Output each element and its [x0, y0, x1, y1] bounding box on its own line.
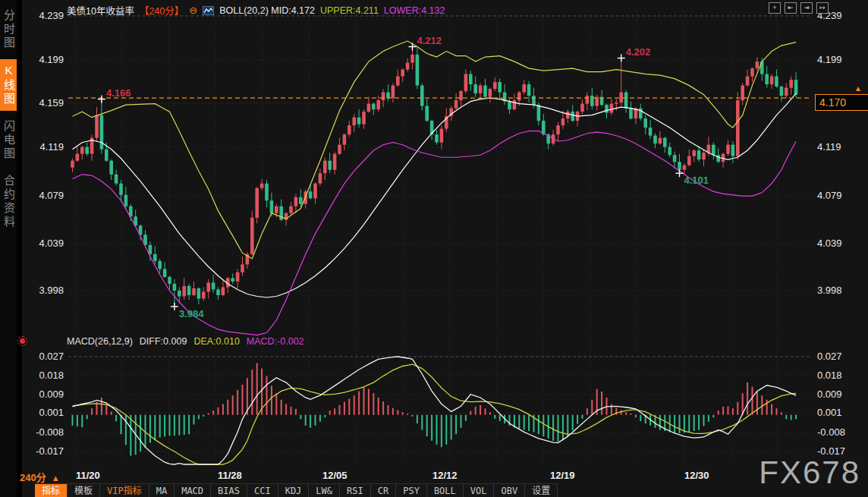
sidebar-item-contract-info[interactable]: 合约资料 [0, 170, 17, 234]
toolbar-item-设置[interactable]: 设置 [525, 483, 558, 497]
macd-axis-label: 0.018 [817, 370, 866, 382]
high-annotation-4.166: 4.166 [106, 87, 131, 99]
price-axis-label: 4.079 [817, 190, 866, 202]
macd-dea-label: DEA:0.010 [193, 336, 239, 347]
toolbar-item-OBV[interactable]: OBV [494, 483, 525, 497]
toolbar-item-VOL[interactable]: VOL [464, 483, 495, 497]
date-label-11/20: 11/20 [76, 470, 100, 481]
chart-header: 美债10年收益率 【240分】 ⊖ BOLL(20,2) MID:4.172 U… [67, 3, 445, 17]
toolbar-item-CCI[interactable]: CCI [247, 483, 278, 497]
macd-axis-label: 0.027 [0, 351, 64, 363]
toolbar-item-模板[interactable]: 模板 [68, 483, 100, 497]
price-marker-icon: ▲ [854, 84, 862, 93]
macd-axis-label: 0.009 [817, 388, 866, 401]
price-axis-label: 4.199 [817, 54, 866, 66]
live-indicator-icon [20, 338, 25, 344]
macd-axis-label: 0.009 [0, 388, 64, 401]
price-axis-label: 4.119 [817, 141, 866, 153]
date-label-11/28: 11/28 [218, 470, 242, 481]
macd-header: MACD(26,12,9) DIFF:0.009 DEA:0.010 MACD:… [67, 336, 304, 347]
toolbar-item-MA[interactable]: MA [149, 483, 175, 497]
crosshair-icon[interactable]: + [769, 2, 781, 14]
date-label-12/12: 12/12 [432, 470, 458, 481]
mini-chart-icon[interactable] [203, 6, 214, 15]
watermark: FX678 [759, 455, 860, 491]
current-price-value: 4.170 [819, 96, 846, 109]
price-axis-label: 4.039 [817, 237, 866, 250]
price-axis-label: 3.998 [0, 285, 64, 297]
toolbar-item-VIP指标[interactable]: VIP指标 [100, 483, 149, 497]
price-axis-label: 4.079 [0, 190, 64, 202]
price-axis-label: 4.159 [0, 97, 64, 109]
price-axis-label: 4.119 [0, 141, 64, 153]
price-axis-label: 4.039 [0, 237, 64, 250]
low-annotation-4.101: 4.101 [684, 175, 709, 186]
toolbar-item-PSY[interactable]: PSY [396, 483, 427, 497]
price-axis-label: 4.199 [0, 54, 64, 66]
interval-badge: 【240分】 [140, 3, 184, 17]
price-chart-canvas[interactable] [0, 0, 868, 497]
toolbar-item-指标[interactable]: 指标 [35, 483, 68, 497]
boll-upper-label: UPPER:4.211 [320, 5, 379, 16]
toolbar-item-LW&[interactable]: LW& [309, 483, 340, 497]
macd-value-label: MACD:-0.002 [247, 336, 304, 347]
macd-diff-label: DIFF:0.009 [140, 336, 187, 347]
macd-axis-label: 0.001 [817, 407, 866, 419]
macd-axis-label: 0.018 [0, 370, 64, 382]
toolbar-item-KDJ[interactable]: KDJ [278, 483, 310, 497]
macd-axis-label: -0.017 [0, 445, 64, 458]
interval-selector[interactable]: 240分▲ [20, 470, 60, 484]
goto-latest-icon[interactable]: ↦ [816, 2, 829, 14]
sidebar-item-lightning-chart[interactable]: 闪电图 [0, 115, 17, 165]
chart-stage: 美债10年收益率 【240分】 ⊖ BOLL(20,2) MID:4.172 U… [0, 0, 868, 497]
macd-axis-label: 0.027 [817, 351, 866, 363]
high-annotation-4.202: 4.202 [626, 46, 651, 58]
toolbar-item-CR[interactable]: CR [371, 483, 396, 497]
current-price-tag: 4.170 [815, 94, 868, 111]
date-label-12/05: 12/05 [322, 470, 348, 481]
toolbar-item-RSI[interactable]: RSI [340, 483, 371, 497]
boll-lower-label: LOWER:4.132 [384, 5, 445, 16]
low-annotation-3.984: 3.984 [179, 308, 204, 319]
charting-application: 分时图 K线图 闪电图 合约资料 美债10年收益率 【240分】 ⊖ BOLL(… [0, 0, 868, 497]
price-axis-label: 3.998 [817, 285, 866, 297]
collapse-indicator-icon[interactable]: ⊖ [189, 5, 197, 16]
toolbar-item-BIAS[interactable]: BIAS [211, 483, 247, 497]
macd-axis-label: -0.008 [817, 426, 866, 439]
boll-mid-label: BOLL(20,2) MID:4.172 [219, 5, 315, 16]
date-label-12/19: 12/19 [550, 470, 575, 481]
date-label-12/30: 12/30 [684, 470, 709, 481]
macd-formula-label: MACD(26,12,9) [67, 336, 133, 347]
interval-text: 240分 [20, 472, 46, 483]
scale-right-icon[interactable]: ⇥ [800, 2, 813, 14]
chart-control-icons: + ⇤ ⇥ ↦ [769, 2, 829, 14]
high-annotation-4.212: 4.212 [417, 35, 442, 46]
scale-left-icon[interactable]: ⇤ [785, 2, 797, 14]
toolbar-item-MACD[interactable]: MACD [175, 483, 211, 497]
macd-axis-label: 0.001 [0, 407, 64, 419]
instrument-title: 美债10年收益率 [67, 3, 134, 17]
interval-arrow-icon: ▲ [52, 473, 60, 483]
bottom-toolbar: 指标模板VIP指标MAMACDBIASCCIKDJLW&RSICRPSYBOLL… [35, 483, 558, 497]
toolbar-item-BOLL[interactable]: BOLL [427, 483, 464, 497]
macd-axis-label: -0.008 [0, 426, 64, 439]
price-axis-label: 4.239 [0, 10, 64, 22]
